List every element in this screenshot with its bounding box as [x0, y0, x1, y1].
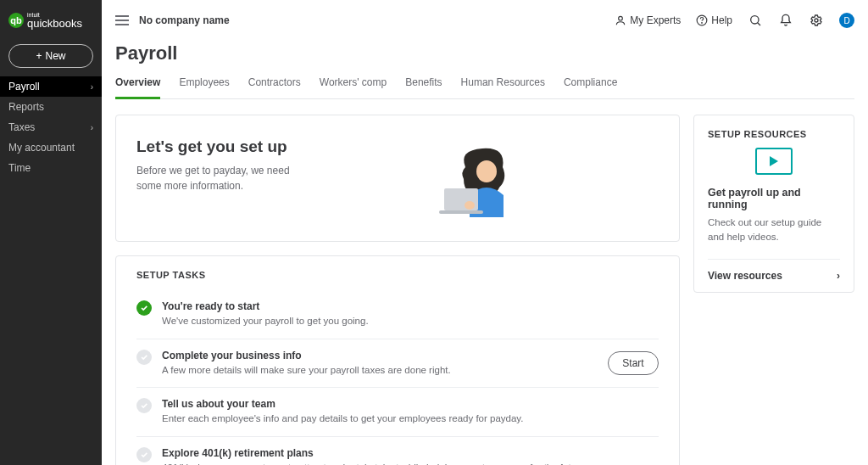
svg-point-3 — [751, 16, 759, 24]
person-at-laptop-icon — [427, 137, 546, 222]
sidebar-item-label: Payroll — [8, 81, 40, 92]
sidebar-item-reports[interactable]: Reports — [0, 97, 102, 117]
plus-icon: + — [36, 50, 42, 62]
start-button[interactable]: Start — [608, 351, 659, 375]
task-desc: We've customized your payroll to get you… — [162, 314, 659, 328]
hero-title: Let's get you set up — [136, 137, 306, 156]
page-body: Payroll OverviewEmployeesContractorsWork… — [102, 41, 868, 465]
brand-main: quickbooks — [27, 18, 82, 29]
svg-point-5 — [476, 160, 497, 182]
resources-desc: Check out our setup guide and help video… — [708, 216, 840, 245]
svg-point-4 — [815, 19, 818, 22]
sidebar-item-payroll[interactable]: Payroll› — [0, 76, 102, 97]
check-todo-icon — [136, 350, 152, 365]
video-thumbnail[interactable] — [755, 148, 793, 175]
hero-card: Let's get you set up Before we get to pa… — [115, 115, 680, 242]
task-title: Explore 401(k) retirement plans — [162, 447, 659, 459]
sidebar-item-label: Time — [8, 162, 31, 174]
chevron-right-icon: › — [91, 123, 93, 132]
sidebar-nav: Payroll›ReportsTaxes›My accountantTime — [0, 76, 102, 178]
tab-workers-comp[interactable]: Workers' comp — [320, 70, 387, 98]
tab-employees[interactable]: Employees — [179, 70, 229, 98]
my-experts-button[interactable]: My Experts — [615, 14, 681, 26]
check-todo-icon — [136, 447, 152, 462]
task-title: Tell us about your team — [162, 398, 659, 410]
search-button[interactable] — [748, 13, 763, 28]
tab-human-resources[interactable]: Human Resources — [461, 70, 545, 98]
person-icon — [615, 14, 626, 26]
task-row: Tell us about your teamEnter each employ… — [136, 387, 659, 436]
play-icon — [770, 156, 778, 166]
sidebar-item-my-accountant[interactable]: My accountant — [0, 137, 102, 158]
check-done-icon — [136, 300, 152, 316]
new-label: New — [46, 50, 66, 62]
chevron-right-icon: › — [837, 270, 840, 282]
sidebar-item-taxes[interactable]: Taxes› — [0, 117, 102, 137]
brand-block: qb intuit quickbooks — [0, 0, 102, 41]
sidebar-item-time[interactable]: Time — [0, 158, 102, 178]
resources-title: Get payroll up and running — [708, 187, 840, 210]
help-icon — [696, 14, 708, 26]
tab-overview[interactable]: Overview — [115, 70, 160, 99]
help-button[interactable]: Help — [696, 14, 732, 26]
main: No company name My Experts Help D Pay — [102, 0, 868, 465]
help-label: Help — [711, 14, 732, 26]
svg-point-8 — [465, 201, 475, 210]
experts-label: My Experts — [630, 14, 681, 26]
qb-logo-icon: qb — [8, 13, 24, 28]
task-list: You're ready to startWe've customized yo… — [136, 290, 659, 465]
tab-compliance[interactable]: Compliance — [564, 70, 617, 98]
settings-button[interactable] — [809, 13, 824, 28]
search-icon — [748, 14, 762, 27]
company-name: No company name — [139, 14, 230, 26]
topbar: No company name My Experts Help D — [102, 0, 868, 41]
task-title: Complete your business info — [162, 350, 598, 361]
sidebar-item-label: My accountant — [8, 142, 75, 154]
notifications-button[interactable] — [778, 13, 793, 28]
setup-tasks-heading: SETUP TASKS — [136, 270, 659, 280]
check-todo-icon — [136, 398, 152, 413]
page-title: Payroll — [115, 42, 854, 64]
chevron-right-icon: › — [91, 82, 93, 92]
svg-point-0 — [619, 16, 623, 20]
task-row: You're ready to startWe've customized yo… — [136, 290, 659, 339]
svg-rect-7 — [439, 210, 483, 214]
view-resources-button[interactable]: View resources › — [708, 259, 840, 292]
tab-benefits[interactable]: Benefits — [405, 70, 442, 98]
hero-subtitle: Before we get to payday, we need some mo… — [136, 163, 306, 193]
hamburger-icon[interactable] — [115, 15, 129, 25]
tab-bar: OverviewEmployeesContractorsWorkers' com… — [115, 70, 854, 99]
sidebar-item-label: Reports — [8, 101, 44, 113]
setup-resources-card: SETUP RESOURCES Get payroll up and runni… — [693, 115, 854, 293]
sidebar-item-label: Taxes — [8, 121, 35, 133]
task-desc: A few more details will make sure your p… — [162, 363, 598, 378]
avatar[interactable]: D — [839, 13, 854, 28]
task-row: Explore 401(k) retirement plans401(k) pl… — [136, 436, 659, 465]
gear-icon — [810, 14, 823, 27]
hero-illustration — [314, 137, 659, 222]
task-row: Complete your business infoA few more de… — [136, 339, 659, 388]
new-button[interactable]: + New — [8, 44, 93, 68]
sidebar: qb intuit quickbooks + New Payroll›Repor… — [0, 0, 102, 465]
task-title: You're ready to start — [162, 300, 659, 312]
resources-heading: SETUP RESOURCES — [708, 129, 840, 139]
task-desc: 401(k) plans are a great way to attract … — [162, 461, 659, 465]
bell-icon — [779, 14, 793, 27]
setup-tasks-card: SETUP TASKS You're ready to startWe've c… — [115, 255, 680, 465]
svg-point-2 — [702, 23, 703, 24]
task-desc: Enter each employee's info and pay detai… — [162, 412, 659, 426]
tab-contractors[interactable]: Contractors — [248, 70, 301, 98]
view-resources-label: View resources — [708, 270, 782, 282]
